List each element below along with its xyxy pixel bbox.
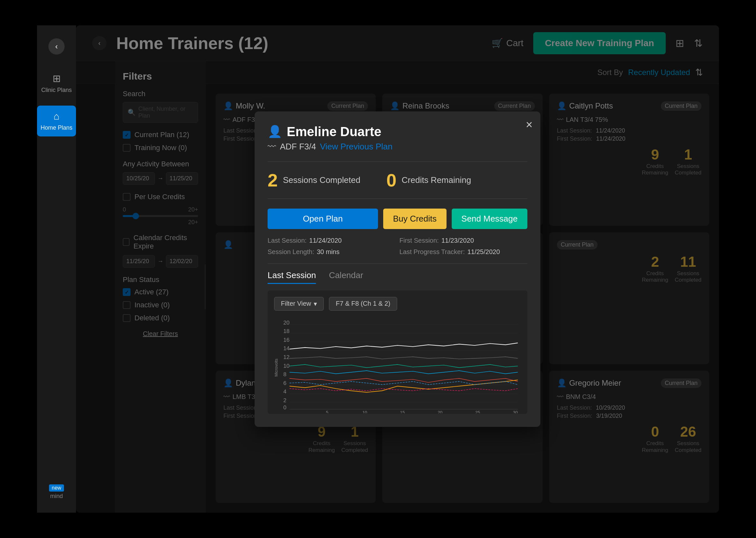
client-detail-modal: × 👤 Emeline Duarte 〰 ADF F3/4 View Previ… <box>255 111 540 427</box>
modal-divider <box>268 263 528 264</box>
sidebar-collapse-button[interactable]: ‹ <box>48 38 65 55</box>
last-session-row: Last Session: 11/24/2020 <box>268 237 395 244</box>
send-message-button[interactable]: Send Message <box>452 209 528 229</box>
tab-calendar[interactable]: Calendar <box>329 270 363 284</box>
svg-text:5: 5 <box>326 410 328 413</box>
modal-close-button[interactable]: × <box>526 118 532 132</box>
home-plans-icon: ⌂ <box>54 111 59 122</box>
svg-text:2: 2 <box>283 397 287 403</box>
chart-controls: Filter View ▾ F7 & F8 (Ch 1 & 2) <box>274 297 521 311</box>
filter-view-button[interactable]: Filter View ▾ <box>274 297 324 311</box>
sidebar-item-clinic-plans[interactable]: ⊞ Clinic Plans <box>37 68 76 99</box>
modal-overlay[interactable]: × 👤 Emeline Duarte 〰 ADF F3/4 View Previ… <box>76 25 719 513</box>
svg-text:8: 8 <box>283 371 287 378</box>
svg-text:12: 12 <box>283 354 290 360</box>
modal-plan-code: 〰 ADF F3/4 View Previous Plan <box>268 142 528 152</box>
first-session-row: First Session: 11/23/2020 <box>399 237 528 244</box>
sidebar: ‹ ⊞ Clinic Plans ⌂ Home Plans new mind <box>37 25 76 513</box>
svg-text:4: 4 <box>283 389 287 395</box>
chart-area: Filter View ▾ F7 & F8 (Ch 1 & 2) 20 18 1… <box>268 291 528 414</box>
clinic-plans-icon: ⊞ <box>53 73 61 84</box>
svg-text:18: 18 <box>283 328 290 334</box>
sidebar-item-home-plans[interactable]: ⌂ Home Plans <box>37 106 76 137</box>
sidebar-item-home-plans-label: Home Plans <box>41 125 73 132</box>
eeg-chart: 20 18 16 14 12 10 8 6 4 2 0 Mi <box>274 316 521 413</box>
modal-sessions-stat: 2 Sessions Completed <box>268 170 361 191</box>
svg-text:30: 30 <box>513 410 518 413</box>
svg-text:0: 0 <box>283 404 287 410</box>
tab-last-session[interactable]: Last Session <box>268 270 316 284</box>
modal-tabs: Last Session Calendar <box>268 270 528 284</box>
svg-text:25: 25 <box>476 410 480 413</box>
svg-text:20: 20 <box>283 319 290 326</box>
modal-wave-icon: 〰 <box>268 142 276 152</box>
sidebar-logo-label: mind <box>50 493 63 500</box>
main-window: ‹ Home Trainers (12) 🛒 Cart Create New T… <box>76 25 719 513</box>
view-previous-plan-link[interactable]: View Previous Plan <box>320 142 393 152</box>
modal-credits-stat: 0 Credits Remaining <box>386 170 471 191</box>
svg-text:Microvolts: Microvolts <box>274 358 278 377</box>
sidebar-logo: new mind <box>49 484 64 500</box>
open-plan-button[interactable]: Open Plan <box>268 209 378 229</box>
buy-credits-button[interactable]: Buy Credits <box>383 209 446 229</box>
svg-text:10: 10 <box>362 410 367 413</box>
modal-info: Last Session: 11/24/2020 First Session: … <box>268 237 528 256</box>
svg-text:6: 6 <box>283 380 287 386</box>
sidebar-item-clinic-plans-label: Clinic Plans <box>41 87 72 94</box>
svg-text:10: 10 <box>283 362 290 369</box>
svg-text:14: 14 <box>283 345 290 351</box>
svg-text:20: 20 <box>438 410 443 413</box>
modal-person-icon: 👤 <box>268 125 282 138</box>
filter-view-dropdown-icon: ▾ <box>314 300 317 308</box>
new-badge: new <box>49 484 64 492</box>
svg-text:15: 15 <box>400 410 405 413</box>
channel-selector-button[interactable]: F7 & F8 (Ch 1 & 2) <box>329 297 397 311</box>
modal-client-name: 👤 Emeline Duarte <box>268 125 528 139</box>
session-length-row: Session Length: 30 mins <box>268 248 395 256</box>
modal-actions: Open Plan Buy Credits Send Message <box>268 209 528 229</box>
last-tracker-row: Last Progress Tracker: 11/25/2020 <box>399 248 528 256</box>
modal-stats: 2 Sessions Completed 0 Credits Remaining <box>268 161 528 199</box>
svg-text:16: 16 <box>283 337 290 343</box>
